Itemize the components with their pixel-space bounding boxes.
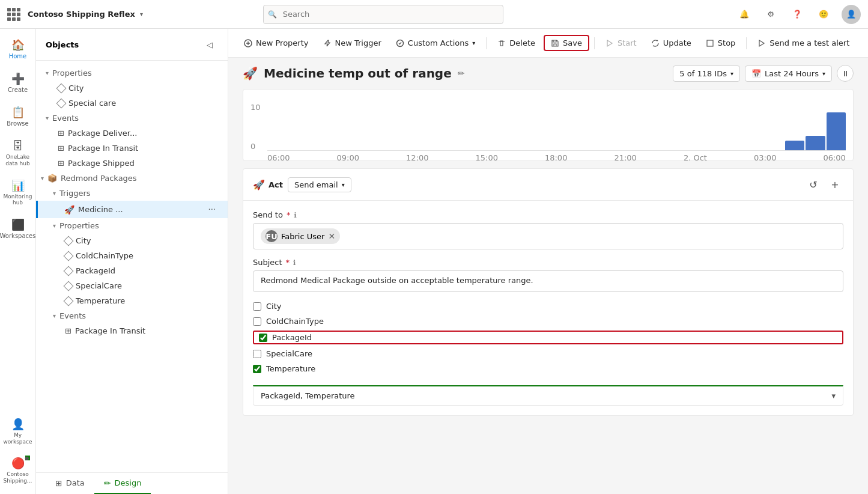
tree-item-medicine-trigger[interactable]: 🚀 Medicine ... ··· <box>36 201 228 218</box>
send-to-text: Send to <box>253 210 283 219</box>
city-checkbox-label[interactable]: City <box>266 302 281 311</box>
tree-item-package-deliver[interactable]: ⊞ Package Deliver... <box>36 126 228 141</box>
chart-info-button[interactable]: ⏸ <box>837 65 854 82</box>
send-test-button[interactable]: Send me a test alert <box>751 35 855 51</box>
feedback-icon[interactable]: 🙂 <box>815 6 832 23</box>
help-icon[interactable]: ❓ <box>789 6 806 23</box>
coldchain-checkbox-label[interactable]: ColdChainType <box>266 317 324 326</box>
new-trigger-button[interactable]: New Trigger <box>317 35 387 51</box>
tree-item-package-shipped[interactable]: ⊞ Package Shipped <box>36 156 228 171</box>
tree-item-package-in-transit-2[interactable]: ⊞ Package In Transit <box>36 323 228 338</box>
topbar-actions: 🔔 ⚙ ❓ 🙂 👤 <box>736 5 861 24</box>
sidebar-item-my-workspace[interactable]: 👤 My workspace <box>2 413 34 450</box>
sidebar-item-create[interactable]: ➕ Create <box>2 67 34 99</box>
update-button[interactable]: Update <box>645 35 697 51</box>
custom-actions-button[interactable]: Custom Actions ▾ <box>390 35 481 51</box>
browse-icon: 📋 <box>11 106 25 118</box>
tree-item-packageid[interactable]: PackageId <box>36 263 228 278</box>
start-button[interactable]: Start <box>599 35 643 51</box>
sidebar-item-home[interactable]: 🏠 Home <box>2 34 34 65</box>
tab-data[interactable]: ⊞ Data <box>46 474 94 494</box>
tab-design[interactable]: ✏ Design <box>94 474 151 494</box>
my-workspace-icon: 👤 <box>11 418 25 430</box>
trigger-icon: 🚀 <box>64 205 74 215</box>
specialcare-checkbox[interactable] <box>253 350 261 358</box>
save-button[interactable]: Save <box>544 35 589 51</box>
table-icon: ⊞ <box>58 144 64 153</box>
tree-group-events-1-label: Events <box>52 114 79 123</box>
packageid-checkbox-label[interactable]: PackageId <box>272 333 312 342</box>
tree-group-triggers[interactable]: ▾ Triggers <box>36 186 228 201</box>
chart-y-label-10: 10 <box>250 103 263 112</box>
sidebar-item-workspaces[interactable]: ⬛ Workspaces <box>2 213 34 245</box>
selected-values-bar[interactable]: PackageId, Temperature ▾ <box>253 385 843 406</box>
app-chevron-icon[interactable]: ▾ <box>140 11 143 17</box>
delete-button[interactable]: Delete <box>491 35 541 51</box>
tree-item-temperature[interactable]: Temperature <box>36 293 228 308</box>
specialcare-checkbox-label[interactable]: SpecialCare <box>266 349 312 358</box>
settings-icon[interactable]: ⚙ <box>762 6 779 23</box>
collapse-panel-button[interactable]: ◁ <box>201 36 218 53</box>
table-icon: ⊞ <box>58 159 64 168</box>
tree-group-events-redmond[interactable]: ▾ Events <box>36 308 228 323</box>
sidebar-item-contoso[interactable]: 🔴 Contoso Shipping... ● <box>2 452 34 489</box>
user-avatar[interactable]: 👤 <box>842 5 861 24</box>
tree-item-specialcare-2[interactable]: SpecialCare <box>36 278 228 293</box>
sidebar-item-onelake[interactable]: 🗄 OneLake data hub <box>2 135 34 172</box>
remove-fabric-user-button[interactable]: ✕ <box>328 232 335 240</box>
bottom-tabs: ⊞ Data ✏ Design <box>36 472 228 494</box>
tree-item-city-2[interactable]: City <box>36 233 228 248</box>
chart-time-2100: 21:00 <box>614 153 636 161</box>
temperature-checkbox[interactable] <box>253 365 261 373</box>
diamond-icon <box>64 251 74 261</box>
tree-item-specialcare[interactable]: Special care <box>36 96 228 111</box>
subject-info-icon[interactable]: ℹ <box>293 258 296 267</box>
time-range-button[interactable]: 📅 Last 24 Hours ▾ <box>745 66 832 82</box>
tree-group-events-redmond-label: Events <box>59 311 86 320</box>
tree-item-city-1[interactable]: City <box>36 81 228 96</box>
tree-group-events-1[interactable]: ▾ Events <box>36 111 228 126</box>
undo-button[interactable]: ↺ <box>805 176 822 193</box>
tree-item-city-1-label: City <box>68 84 83 93</box>
notifications-icon[interactable]: 🔔 <box>736 6 753 23</box>
home-icon: 🏠 <box>11 38 25 51</box>
stop-button[interactable]: Stop <box>700 35 742 51</box>
action-card: 🚀 Act Send email ▾ ↺ + <box>243 168 854 416</box>
action-body: Send to * ℹ FU Fabric User ✕ <box>243 201 853 415</box>
add-action-button[interactable]: + <box>827 176 843 193</box>
new-property-button[interactable]: New Property <box>238 35 315 51</box>
sidebar-item-browse[interactable]: 📋 Browse <box>2 101 34 132</box>
tree-item-city-2-label: City <box>76 236 91 245</box>
diamond-icon <box>64 296 74 306</box>
fabric-user-tag: FU Fabric User ✕ <box>261 228 340 244</box>
city-checkbox[interactable] <box>253 302 261 311</box>
search-area: 🔍 <box>263 5 503 24</box>
tree-item-coldchain[interactable]: ColdChainType <box>36 248 228 263</box>
info-icon[interactable]: ℹ <box>294 211 297 219</box>
delete-label: Delete <box>509 38 535 47</box>
ids-label: 5 of 118 IDs <box>679 69 727 78</box>
chart-time-0600: 06:00 <box>267 153 290 161</box>
ids-button[interactable]: 5 of 118 IDs ▾ <box>673 66 740 82</box>
send-to-box[interactable]: FU Fabric User ✕ <box>253 223 843 249</box>
chevron-down-icon: ▾ <box>46 70 49 76</box>
app-logo[interactable]: Contoso Shipping Reflex ▾ <box>7 8 143 21</box>
tree-group-properties[interactable]: ▾ Properties <box>36 66 228 81</box>
send-email-button[interactable]: Send email ▾ <box>288 177 351 192</box>
tree-group-redmond[interactable]: ▾ 📦 Redmond Packages <box>36 171 228 186</box>
edit-title-icon[interactable]: ✏ <box>458 69 465 78</box>
toolbar-separator <box>486 37 487 49</box>
search-input[interactable] <box>263 5 503 24</box>
chart-bar <box>785 141 804 150</box>
topbar: Contoso Shipping Reflex ▾ 🔍 🔔 ⚙ ❓ 🙂 👤 <box>0 0 868 29</box>
tree-group-props-redmond[interactable]: ▾ Properties <box>36 218 228 233</box>
coldchain-checkbox[interactable] <box>253 317 261 326</box>
svg-marker-4 <box>759 40 764 46</box>
packageid-checkbox[interactable] <box>259 334 267 342</box>
tree-item-package-in-transit-1[interactable]: ⊞ Package In Transit <box>36 141 228 156</box>
subject-input[interactable]: Redmond Medical Package outside on accep… <box>253 270 843 292</box>
temperature-checkbox-label[interactable]: Temperature <box>266 364 315 373</box>
tab-data-label: Data <box>66 478 85 487</box>
more-button[interactable]: ··· <box>206 204 218 215</box>
sidebar-item-monitoring[interactable]: 📊 Monitoring hub <box>2 174 34 212</box>
